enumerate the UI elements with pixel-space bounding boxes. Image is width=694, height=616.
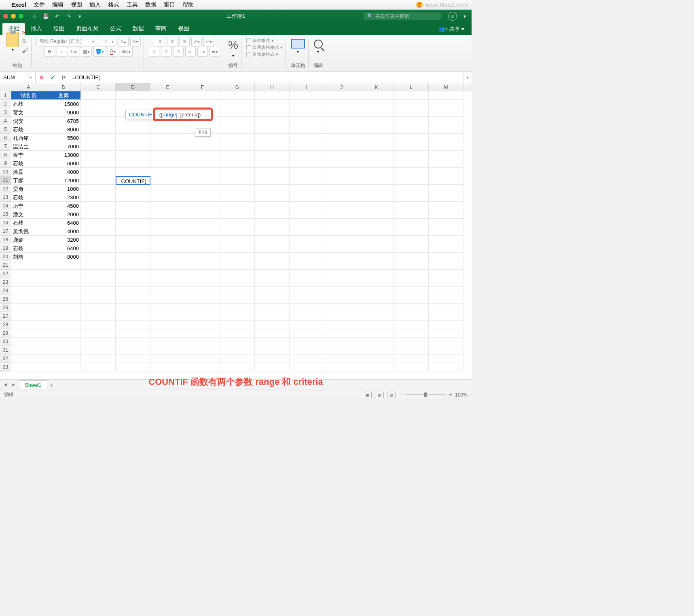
- cell[interactable]: [394, 244, 429, 253]
- cell[interactable]: [255, 329, 290, 338]
- cell[interactable]: 6400: [46, 244, 81, 253]
- cell[interactable]: [394, 278, 429, 287]
- cell[interactable]: [255, 151, 290, 159]
- cell[interactable]: 6400: [46, 219, 81, 227]
- cell[interactable]: [81, 176, 116, 185]
- cell[interactable]: [185, 346, 220, 354]
- copy-icon[interactable]: ⎘: [22, 38, 28, 45]
- cell[interactable]: [81, 236, 116, 244]
- cell[interactable]: 石歧: [11, 159, 46, 168]
- row-header[interactable]: 4: [0, 117, 11, 125]
- cell[interactable]: 12000: [46, 176, 81, 185]
- cell[interactable]: [116, 91, 150, 100]
- cell[interactable]: [220, 202, 255, 210]
- cell[interactable]: [394, 321, 429, 329]
- cell[interactable]: [116, 210, 150, 219]
- cell[interactable]: 发票: [46, 91, 81, 100]
- cell[interactable]: [324, 159, 359, 168]
- cell[interactable]: [324, 329, 359, 338]
- cell[interactable]: [290, 321, 324, 329]
- cell[interactable]: [359, 159, 394, 168]
- paste-icon[interactable]: [6, 32, 19, 47]
- cell[interactable]: [429, 287, 463, 295]
- cell[interactable]: [429, 304, 463, 312]
- name-box[interactable]: SUM▾: [0, 72, 36, 83]
- cell[interactable]: [290, 346, 324, 354]
- menu-view[interactable]: 视图: [71, 1, 82, 8]
- cell[interactable]: [359, 202, 394, 210]
- cell[interactable]: [429, 117, 463, 125]
- cell[interactable]: [394, 219, 429, 227]
- cell[interactable]: [324, 346, 359, 354]
- cell[interactable]: [150, 295, 185, 304]
- cell[interactable]: 8000: [46, 125, 81, 134]
- cell[interactable]: [220, 125, 255, 134]
- cell[interactable]: [290, 270, 324, 278]
- cell[interactable]: [324, 312, 359, 321]
- cell[interactable]: [394, 227, 429, 236]
- cell[interactable]: [46, 278, 81, 287]
- feedback-icon[interactable]: ☺: [448, 12, 457, 21]
- cell[interactable]: [11, 278, 46, 287]
- cell[interactable]: [394, 312, 429, 321]
- sheet-nav-next[interactable]: ▶: [11, 382, 16, 387]
- cell[interactable]: [81, 329, 116, 338]
- cell[interactable]: [150, 278, 185, 287]
- tab-insert[interactable]: 插入: [25, 23, 48, 35]
- cell[interactable]: [220, 278, 255, 287]
- column-header[interactable]: I: [290, 83, 324, 91]
- cell[interactable]: [255, 346, 290, 354]
- cell[interactable]: [429, 125, 463, 134]
- cell[interactable]: [255, 338, 290, 346]
- cell[interactable]: [394, 329, 429, 338]
- cell[interactable]: [116, 100, 150, 108]
- cell[interactable]: 吴戈倪: [11, 227, 46, 236]
- cell[interactable]: [185, 91, 220, 100]
- row-header[interactable]: 19: [0, 244, 11, 253]
- cell[interactable]: [116, 338, 150, 346]
- cell[interactable]: [81, 151, 116, 159]
- cell[interactable]: [185, 287, 220, 295]
- wrap-text-button[interactable]: ↩▾: [203, 37, 214, 46]
- cell[interactable]: [150, 270, 185, 278]
- cell[interactable]: [185, 151, 220, 159]
- view-pagebreak-button[interactable]: ▥: [387, 392, 396, 398]
- zoom-out-button[interactable]: −: [399, 392, 402, 398]
- orientation-button[interactable]: ⤢▾: [191, 37, 202, 46]
- cell[interactable]: [255, 278, 290, 287]
- column-header[interactable]: J: [324, 83, 359, 91]
- row-header[interactable]: 7: [0, 142, 11, 151]
- cell[interactable]: [116, 185, 150, 193]
- cell[interactable]: [185, 227, 220, 236]
- cell[interactable]: [150, 142, 185, 151]
- cell[interactable]: [220, 185, 255, 193]
- cell[interactable]: [116, 295, 150, 304]
- cell[interactable]: [220, 142, 255, 151]
- menu-edit[interactable]: 编辑: [52, 1, 63, 8]
- table-format-button[interactable]: 套用表格格式 ▾: [246, 44, 283, 51]
- cell[interactable]: [220, 338, 255, 346]
- row-header[interactable]: 30: [0, 338, 11, 346]
- cell[interactable]: [185, 312, 220, 321]
- cell[interactable]: [46, 270, 81, 278]
- cell[interactable]: [150, 346, 185, 354]
- cell[interactable]: 丁娜: [11, 176, 46, 185]
- indent-inc-button[interactable]: ⇥: [197, 47, 208, 57]
- qa-dropdown-icon[interactable]: ▾: [76, 13, 83, 19]
- cell[interactable]: [290, 193, 324, 202]
- row-header[interactable]: 10: [0, 168, 11, 176]
- cell[interactable]: [116, 312, 150, 321]
- cell[interactable]: 潘磊: [11, 168, 46, 176]
- cell[interactable]: [324, 321, 359, 329]
- cell[interactable]: [394, 193, 429, 202]
- cell[interactable]: [116, 346, 150, 354]
- cell[interactable]: [46, 321, 81, 329]
- cells-icon[interactable]: [291, 39, 305, 49]
- cell[interactable]: [255, 312, 290, 321]
- cell[interactable]: [290, 125, 324, 134]
- cell[interactable]: [359, 227, 394, 236]
- cell[interactable]: [150, 202, 185, 210]
- cell[interactable]: [185, 244, 220, 253]
- cell[interactable]: [81, 312, 116, 321]
- cell[interactable]: [220, 210, 255, 219]
